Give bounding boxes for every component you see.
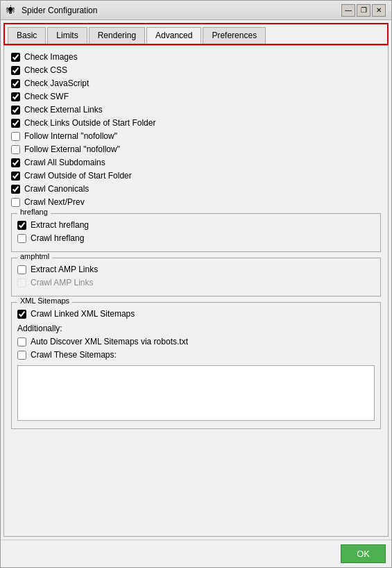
tab-bar: Basic Limits Rendering Advanced Preferen… — [5, 24, 387, 44]
content-area: Check Images Check CSS Check JavaScript … — [3, 45, 389, 537]
crawl-these-sitemaps-label: Crawl These Sitemaps: — [31, 350, 117, 360]
crawl-these-sitemaps-input[interactable] — [17, 351, 26, 360]
hreflang-legend: hreflang — [17, 208, 51, 216]
checkbox-check-css: Check CSS — [11, 65, 381, 76]
checkbox-crawl-linked-xml: Crawl Linked XML Sitemaps — [17, 308, 375, 319]
crawl-canonicals-label: Crawl Canonicals — [24, 184, 89, 194]
check-images-label: Check Images — [24, 52, 78, 62]
title-bar-buttons: — ❐ ✕ — [341, 4, 386, 17]
extract-hreflang-label: Extract hreflang — [31, 220, 89, 230]
tab-rendering[interactable]: Rendering — [89, 27, 145, 44]
amphtml-content: Extract AMP Links Crawl AMP Links — [17, 264, 375, 288]
crawl-linked-xml-label: Crawl Linked XML Sitemaps — [31, 309, 135, 319]
check-javascript-input[interactable] — [11, 79, 20, 88]
xml-sitemaps-legend: XML Sitemaps — [17, 296, 72, 305]
check-css-input[interactable] — [11, 66, 20, 75]
bottom-bar: OK — [1, 540, 391, 567]
extract-amp-links-label: Extract AMP Links — [31, 265, 98, 274]
crawl-canonicals-input[interactable] — [11, 185, 20, 194]
checkbox-check-external-links: Check External Links — [11, 104, 381, 115]
crawl-all-subdomains-input[interactable] — [11, 158, 20, 167]
follow-external-nofollow-label: Follow External "nofollow" — [24, 144, 120, 154]
restore-button[interactable]: ❐ — [357, 4, 370, 17]
follow-internal-nofollow-label: Follow Internal "nofollow" — [24, 131, 117, 141]
crawl-hreflang-input[interactable] — [17, 234, 26, 243]
check-external-links-label: Check External Links — [24, 105, 103, 115]
tab-basic[interactable]: Basic — [8, 27, 46, 44]
crawl-amp-links-input[interactable] — [17, 278, 26, 287]
additionally-label: Additionally: — [17, 324, 375, 333]
auto-discover-xml-label: Auto Discover XML Sitemaps via robots.tx… — [31, 337, 188, 346]
main-window: 🕷 Spider Configuration — ❐ ✕ Basic Limit… — [0, 0, 392, 568]
check-css-label: Check CSS — [24, 65, 67, 75]
checkbox-crawl-hreflang: Crawl hreflang — [17, 233, 375, 244]
checkbox-crawl-outside-start: Crawl Outside of Start Folder — [11, 170, 381, 181]
checkbox-crawl-next-prev: Crawl Next/Prev — [11, 197, 381, 208]
checkbox-auto-discover-xml: Auto Discover XML Sitemaps via robots.tx… — [17, 336, 375, 347]
ok-button[interactable]: OK — [341, 544, 386, 563]
crawl-linked-xml-input[interactable] — [17, 310, 26, 319]
spider-icon: 🕷 — [6, 5, 17, 16]
checkbox-check-images: Check Images — [11, 51, 381, 62]
follow-external-nofollow-input[interactable] — [11, 145, 20, 154]
check-links-outside-label: Check Links Outside of Start Folder — [24, 118, 155, 128]
crawl-next-prev-label: Crawl Next/Prev — [24, 197, 85, 207]
tab-limits[interactable]: Limits — [47, 27, 87, 44]
crawl-outside-start-label: Crawl Outside of Start Folder — [24, 171, 132, 181]
checkbox-check-links-outside: Check Links Outside of Start Folder — [11, 117, 381, 128]
checkbox-follow-external-nofollow: Follow External "nofollow" — [11, 144, 381, 155]
check-swf-input[interactable] — [11, 92, 20, 101]
check-javascript-label: Check JavaScript — [24, 78, 89, 88]
scroll-area[interactable]: Check Images Check CSS Check JavaScript … — [4, 46, 388, 536]
check-links-outside-input[interactable] — [11, 119, 20, 128]
hreflang-group: hreflang Extract hreflang Crawl hreflang — [11, 213, 381, 252]
xml-sitemaps-content: Crawl Linked XML Sitemaps Additionally: … — [17, 308, 375, 423]
crawl-next-prev-input[interactable] — [11, 198, 20, 207]
sitemaps-textarea[interactable] — [17, 365, 375, 421]
tab-advanced[interactable]: Advanced — [146, 27, 201, 44]
window-title: Spider Configuration — [22, 6, 97, 15]
crawl-hreflang-label: Crawl hreflang — [31, 233, 84, 243]
checkbox-check-javascript: Check JavaScript — [11, 78, 381, 89]
check-swf-label: Check SWF — [24, 92, 69, 101]
title-bar: 🕷 Spider Configuration — ❐ ✕ — [1, 1, 391, 20]
close-button[interactable]: ✕ — [372, 4, 386, 17]
hreflang-content: Extract hreflang Crawl hreflang — [17, 219, 375, 244]
crawl-outside-start-input[interactable] — [11, 172, 20, 181]
checkbox-crawl-all-subdomains: Crawl All Subdomains — [11, 157, 381, 168]
minimize-button[interactable]: — — [341, 4, 355, 17]
auto-discover-xml-input[interactable] — [17, 337, 26, 346]
amphtml-legend: amphtml — [17, 252, 52, 260]
tab-preferences[interactable]: Preferences — [203, 27, 266, 44]
checkbox-check-swf: Check SWF — [11, 91, 381, 102]
checkbox-crawl-these-sitemaps: Crawl These Sitemaps: — [17, 349, 375, 360]
checkbox-extract-amp-links: Extract AMP Links — [17, 264, 375, 275]
title-bar-left: 🕷 Spider Configuration — [6, 5, 97, 16]
checkbox-extract-hreflang: Extract hreflang — [17, 219, 375, 231]
extract-hreflang-input[interactable] — [17, 221, 26, 230]
crawl-all-subdomains-label: Crawl All Subdomains — [24, 158, 105, 167]
crawl-amp-links-label: Crawl AMP Links — [31, 278, 93, 287]
checkbox-crawl-amp-links: Crawl AMP Links — [17, 277, 375, 288]
follow-internal-nofollow-input[interactable] — [11, 132, 20, 141]
check-images-input[interactable] — [11, 53, 20, 62]
amphtml-group: amphtml Extract AMP Links Crawl AMP Link… — [11, 258, 381, 296]
extract-amp-links-input[interactable] — [17, 265, 26, 274]
check-external-links-input[interactable] — [11, 106, 20, 115]
xml-sitemaps-group: XML Sitemaps Crawl Linked XML Sitemaps A… — [11, 302, 381, 429]
checkbox-follow-internal-nofollow: Follow Internal "nofollow" — [11, 131, 381, 142]
checkbox-crawl-canonicals: Crawl Canonicals — [11, 183, 381, 194]
tab-container: Basic Limits Rendering Advanced Preferen… — [3, 23, 389, 45]
